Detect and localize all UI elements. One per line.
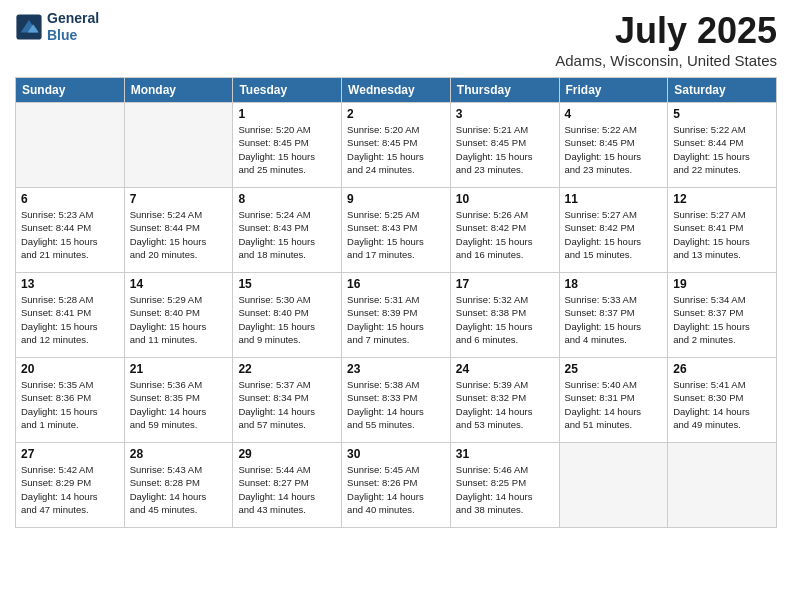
day-number: 28 bbox=[130, 447, 228, 461]
calendar-cell: 1Sunrise: 5:20 AMSunset: 8:45 PMDaylight… bbox=[233, 103, 342, 188]
day-info: Sunrise: 5:42 AMSunset: 8:29 PMDaylight:… bbox=[21, 463, 119, 516]
location-title: Adams, Wisconsin, United States bbox=[555, 52, 777, 69]
day-header-sunday: Sunday bbox=[16, 78, 125, 103]
day-info: Sunrise: 5:23 AMSunset: 8:44 PMDaylight:… bbox=[21, 208, 119, 261]
calendar-cell: 2Sunrise: 5:20 AMSunset: 8:45 PMDaylight… bbox=[342, 103, 451, 188]
day-info: Sunrise: 5:28 AMSunset: 8:41 PMDaylight:… bbox=[21, 293, 119, 346]
day-number: 27 bbox=[21, 447, 119, 461]
calendar-cell: 11Sunrise: 5:27 AMSunset: 8:42 PMDayligh… bbox=[559, 188, 668, 273]
calendar-cell bbox=[124, 103, 233, 188]
day-info: Sunrise: 5:22 AMSunset: 8:45 PMDaylight:… bbox=[565, 123, 663, 176]
day-number: 7 bbox=[130, 192, 228, 206]
logo-text: General Blue bbox=[47, 10, 99, 44]
calendar-cell bbox=[668, 443, 777, 528]
day-info: Sunrise: 5:29 AMSunset: 8:40 PMDaylight:… bbox=[130, 293, 228, 346]
day-number: 1 bbox=[238, 107, 336, 121]
calendar-cell: 30Sunrise: 5:45 AMSunset: 8:26 PMDayligh… bbox=[342, 443, 451, 528]
day-info: Sunrise: 5:46 AMSunset: 8:25 PMDaylight:… bbox=[456, 463, 554, 516]
day-info: Sunrise: 5:24 AMSunset: 8:43 PMDaylight:… bbox=[238, 208, 336, 261]
month-title: July 2025 bbox=[555, 10, 777, 52]
logo: General Blue bbox=[15, 10, 99, 44]
calendar-cell: 9Sunrise: 5:25 AMSunset: 8:43 PMDaylight… bbox=[342, 188, 451, 273]
calendar-cell: 19Sunrise: 5:34 AMSunset: 8:37 PMDayligh… bbox=[668, 273, 777, 358]
calendar-cell: 13Sunrise: 5:28 AMSunset: 8:41 PMDayligh… bbox=[16, 273, 125, 358]
calendar-cell: 3Sunrise: 5:21 AMSunset: 8:45 PMDaylight… bbox=[450, 103, 559, 188]
day-number: 10 bbox=[456, 192, 554, 206]
day-header-monday: Monday bbox=[124, 78, 233, 103]
day-number: 6 bbox=[21, 192, 119, 206]
calendar-cell: 26Sunrise: 5:41 AMSunset: 8:30 PMDayligh… bbox=[668, 358, 777, 443]
day-info: Sunrise: 5:20 AMSunset: 8:45 PMDaylight:… bbox=[347, 123, 445, 176]
calendar-cell: 24Sunrise: 5:39 AMSunset: 8:32 PMDayligh… bbox=[450, 358, 559, 443]
calendar-cell: 14Sunrise: 5:29 AMSunset: 8:40 PMDayligh… bbox=[124, 273, 233, 358]
day-info: Sunrise: 5:32 AMSunset: 8:38 PMDaylight:… bbox=[456, 293, 554, 346]
day-number: 21 bbox=[130, 362, 228, 376]
day-number: 3 bbox=[456, 107, 554, 121]
day-info: Sunrise: 5:21 AMSunset: 8:45 PMDaylight:… bbox=[456, 123, 554, 176]
day-header-friday: Friday bbox=[559, 78, 668, 103]
week-row-2: 6Sunrise: 5:23 AMSunset: 8:44 PMDaylight… bbox=[16, 188, 777, 273]
day-number: 23 bbox=[347, 362, 445, 376]
calendar-cell: 25Sunrise: 5:40 AMSunset: 8:31 PMDayligh… bbox=[559, 358, 668, 443]
day-info: Sunrise: 5:26 AMSunset: 8:42 PMDaylight:… bbox=[456, 208, 554, 261]
calendar-cell: 15Sunrise: 5:30 AMSunset: 8:40 PMDayligh… bbox=[233, 273, 342, 358]
week-row-4: 20Sunrise: 5:35 AMSunset: 8:36 PMDayligh… bbox=[16, 358, 777, 443]
day-number: 29 bbox=[238, 447, 336, 461]
day-info: Sunrise: 5:39 AMSunset: 8:32 PMDaylight:… bbox=[456, 378, 554, 431]
day-info: Sunrise: 5:45 AMSunset: 8:26 PMDaylight:… bbox=[347, 463, 445, 516]
calendar-cell: 17Sunrise: 5:32 AMSunset: 8:38 PMDayligh… bbox=[450, 273, 559, 358]
day-info: Sunrise: 5:41 AMSunset: 8:30 PMDaylight:… bbox=[673, 378, 771, 431]
day-info: Sunrise: 5:38 AMSunset: 8:33 PMDaylight:… bbox=[347, 378, 445, 431]
day-number: 30 bbox=[347, 447, 445, 461]
title-block: July 2025 Adams, Wisconsin, United State… bbox=[555, 10, 777, 69]
calendar-cell: 6Sunrise: 5:23 AMSunset: 8:44 PMDaylight… bbox=[16, 188, 125, 273]
day-info: Sunrise: 5:22 AMSunset: 8:44 PMDaylight:… bbox=[673, 123, 771, 176]
day-number: 31 bbox=[456, 447, 554, 461]
day-header-saturday: Saturday bbox=[668, 78, 777, 103]
calendar-cell: 7Sunrise: 5:24 AMSunset: 8:44 PMDaylight… bbox=[124, 188, 233, 273]
logo-icon bbox=[15, 13, 43, 41]
day-header-tuesday: Tuesday bbox=[233, 78, 342, 103]
calendar-cell bbox=[16, 103, 125, 188]
day-number: 25 bbox=[565, 362, 663, 376]
calendar-cell: 16Sunrise: 5:31 AMSunset: 8:39 PMDayligh… bbox=[342, 273, 451, 358]
day-info: Sunrise: 5:43 AMSunset: 8:28 PMDaylight:… bbox=[130, 463, 228, 516]
calendar-cell: 29Sunrise: 5:44 AMSunset: 8:27 PMDayligh… bbox=[233, 443, 342, 528]
day-number: 15 bbox=[238, 277, 336, 291]
day-header-thursday: Thursday bbox=[450, 78, 559, 103]
day-number: 17 bbox=[456, 277, 554, 291]
day-info: Sunrise: 5:44 AMSunset: 8:27 PMDaylight:… bbox=[238, 463, 336, 516]
day-info: Sunrise: 5:31 AMSunset: 8:39 PMDaylight:… bbox=[347, 293, 445, 346]
day-info: Sunrise: 5:20 AMSunset: 8:45 PMDaylight:… bbox=[238, 123, 336, 176]
day-number: 8 bbox=[238, 192, 336, 206]
calendar-table: SundayMondayTuesdayWednesdayThursdayFrid… bbox=[15, 77, 777, 528]
calendar-cell: 23Sunrise: 5:38 AMSunset: 8:33 PMDayligh… bbox=[342, 358, 451, 443]
day-number: 2 bbox=[347, 107, 445, 121]
week-row-1: 1Sunrise: 5:20 AMSunset: 8:45 PMDaylight… bbox=[16, 103, 777, 188]
day-header-wednesday: Wednesday bbox=[342, 78, 451, 103]
day-number: 26 bbox=[673, 362, 771, 376]
day-number: 4 bbox=[565, 107, 663, 121]
calendar-cell: 28Sunrise: 5:43 AMSunset: 8:28 PMDayligh… bbox=[124, 443, 233, 528]
day-number: 18 bbox=[565, 277, 663, 291]
calendar-cell: 4Sunrise: 5:22 AMSunset: 8:45 PMDaylight… bbox=[559, 103, 668, 188]
calendar-cell: 5Sunrise: 5:22 AMSunset: 8:44 PMDaylight… bbox=[668, 103, 777, 188]
calendar-cell: 20Sunrise: 5:35 AMSunset: 8:36 PMDayligh… bbox=[16, 358, 125, 443]
calendar-cell: 22Sunrise: 5:37 AMSunset: 8:34 PMDayligh… bbox=[233, 358, 342, 443]
day-info: Sunrise: 5:37 AMSunset: 8:34 PMDaylight:… bbox=[238, 378, 336, 431]
calendar-cell bbox=[559, 443, 668, 528]
day-number: 24 bbox=[456, 362, 554, 376]
day-info: Sunrise: 5:30 AMSunset: 8:40 PMDaylight:… bbox=[238, 293, 336, 346]
calendar-cell: 8Sunrise: 5:24 AMSunset: 8:43 PMDaylight… bbox=[233, 188, 342, 273]
day-info: Sunrise: 5:35 AMSunset: 8:36 PMDaylight:… bbox=[21, 378, 119, 431]
day-number: 16 bbox=[347, 277, 445, 291]
day-number: 9 bbox=[347, 192, 445, 206]
day-info: Sunrise: 5:36 AMSunset: 8:35 PMDaylight:… bbox=[130, 378, 228, 431]
day-info: Sunrise: 5:34 AMSunset: 8:37 PMDaylight:… bbox=[673, 293, 771, 346]
day-info: Sunrise: 5:27 AMSunset: 8:41 PMDaylight:… bbox=[673, 208, 771, 261]
day-number: 19 bbox=[673, 277, 771, 291]
day-number: 13 bbox=[21, 277, 119, 291]
day-info: Sunrise: 5:25 AMSunset: 8:43 PMDaylight:… bbox=[347, 208, 445, 261]
day-info: Sunrise: 5:40 AMSunset: 8:31 PMDaylight:… bbox=[565, 378, 663, 431]
day-number: 11 bbox=[565, 192, 663, 206]
